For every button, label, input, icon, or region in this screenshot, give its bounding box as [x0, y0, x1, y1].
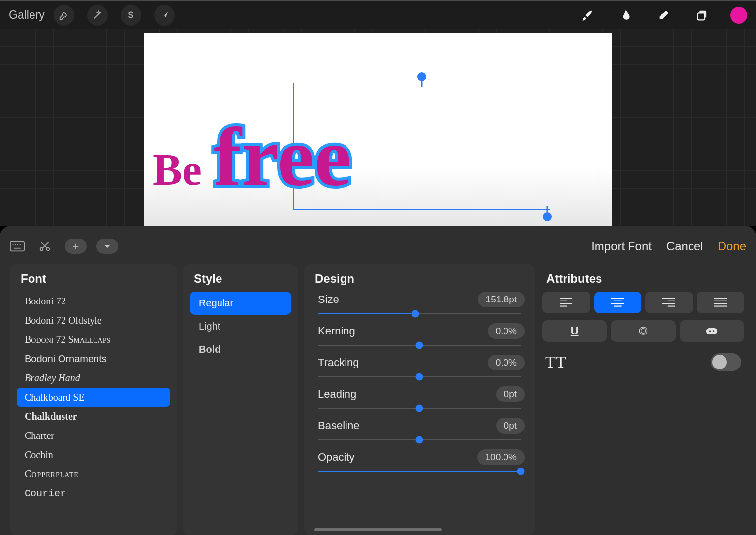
outline-button[interactable]: O — [611, 320, 675, 342]
magic-wand-icon[interactable] — [87, 5, 108, 26]
font-item-bodoni-72-smallcaps[interactable]: Bodoni 72 Smallcaps — [17, 330, 170, 349]
svg-rect-20 — [662, 303, 675, 304]
svg-rect-28 — [713, 330, 714, 332]
svg-rect-13 — [560, 306, 567, 307]
font-item-chalkboard-se[interactable]: Chalkboard SE — [17, 388, 170, 407]
eraser-icon[interactable] — [654, 5, 674, 26]
canvas[interactable]: Be free — [144, 33, 612, 226]
font-item-charter[interactable]: Charter — [17, 426, 170, 445]
design-column-title: Design — [311, 272, 528, 286]
design-row-kerning: Kerning 0.0% — [311, 323, 528, 346]
size-label: Size — [318, 293, 339, 306]
rotation-handle-icon[interactable] — [417, 72, 426, 81]
leading-slider[interactable] — [318, 408, 521, 409]
svg-rect-25 — [714, 306, 727, 307]
design-row-leading: Leading 0pt — [311, 386, 528, 409]
text-word-be: Be — [153, 145, 202, 194]
baseline-slider[interactable] — [318, 439, 521, 440]
design-row-baseline: Baseline 0pt — [311, 418, 528, 440]
text-word-free: free — [214, 110, 351, 203]
style-item-regular[interactable]: Regular — [190, 292, 291, 315]
font-item-bradley-hand[interactable]: Bradley Hand — [17, 368, 170, 388]
align-right-button[interactable] — [645, 292, 693, 313]
size-value[interactable]: 151.8pt — [478, 292, 525, 307]
gallery-button[interactable]: Gallery — [9, 8, 45, 22]
add-text-button[interactable] — [65, 239, 87, 254]
caps-toggle[interactable] — [711, 353, 741, 371]
text-panel-toolbar: Import Font Cancel Done — [10, 233, 746, 260]
style-column-title: Style — [190, 272, 291, 286]
font-item-courier[interactable]: Courier — [17, 484, 170, 503]
home-indicator — [314, 528, 442, 531]
opacity-value[interactable]: 100.0% — [477, 449, 525, 465]
tracking-value[interactable]: 0.0% — [488, 355, 525, 370]
svg-rect-19 — [668, 301, 675, 301]
font-column-title: Font — [17, 272, 170, 286]
kerning-value[interactable]: 0.0% — [488, 323, 525, 339]
svg-rect-10 — [560, 298, 572, 299]
opacity-slider[interactable] — [318, 471, 521, 472]
leading-value[interactable]: 0pt — [496, 386, 525, 402]
svg-rect-15 — [614, 301, 621, 301]
style-item-bold[interactable]: Bold — [190, 338, 291, 361]
svg-rect-27 — [709, 330, 711, 332]
baseline-label: Baseline — [318, 419, 359, 432]
underline-button[interactable]: U — [542, 320, 607, 342]
dropdown-button[interactable] — [96, 239, 118, 254]
keyboard-icon[interactable] — [10, 238, 25, 255]
app-toolbar: Gallery — [0, 0, 756, 29]
selection-s-icon[interactable] — [121, 5, 141, 26]
svg-rect-22 — [714, 298, 727, 299]
svg-rect-17 — [614, 306, 621, 307]
canvas-area: Be free — [0, 29, 756, 226]
smudge-icon[interactable] — [615, 5, 636, 26]
svg-rect-11 — [560, 301, 567, 301]
attributes-column-title: Attributes — [542, 272, 744, 286]
strikethrough-button[interactable] — [680, 320, 744, 342]
wrench-icon[interactable] — [54, 5, 74, 26]
resize-handle-bottom[interactable] — [543, 212, 552, 221]
font-item-cochin[interactable]: Cochin — [17, 445, 170, 465]
leading-label: Leading — [318, 388, 356, 401]
design-column: Design Size 151.8pt Kerning 0.0% — [304, 264, 535, 535]
text-edit-panel: Import Font Cancel Done Font Bodoni 72 B… — [0, 226, 756, 535]
attributes-column: Attributes U O — [540, 264, 746, 535]
font-item-chalkduster[interactable]: Chalkduster — [17, 407, 170, 426]
font-item-bodoni-72[interactable]: Bodoni 72 — [17, 292, 170, 311]
color-picker-dot[interactable] — [730, 7, 747, 24]
canvas-text[interactable]: Be free — [153, 109, 351, 205]
svg-rect-12 — [560, 303, 572, 304]
caps-tt-icon: TT — [545, 353, 566, 371]
svg-rect-23 — [714, 301, 727, 301]
svg-rect-16 — [611, 303, 624, 304]
baseline-value[interactable]: 0pt — [496, 418, 525, 434]
tracking-slider[interactable] — [318, 376, 521, 377]
font-column: Font Bodoni 72 Bodoni 72 Oldstyle Bodoni… — [10, 264, 177, 535]
alignment-row — [542, 292, 744, 313]
style-column: Style Regular Light Bold — [183, 264, 298, 535]
brush-icon[interactable] — [577, 5, 598, 26]
caps-row: TT — [542, 349, 744, 375]
font-item-bodoni-72-oldstyle[interactable]: Bodoni 72 Oldstyle — [17, 311, 170, 330]
design-row-opacity: Opacity 100.0% — [311, 449, 528, 472]
tracking-label: Tracking — [318, 356, 359, 369]
kerning-slider[interactable] — [318, 345, 521, 346]
cursor-arrow-icon[interactable] — [154, 5, 175, 26]
align-justify-button[interactable] — [697, 292, 745, 313]
opacity-label: Opacity — [318, 451, 355, 464]
size-slider[interactable] — [318, 313, 521, 314]
style-item-light[interactable]: Light — [190, 315, 291, 338]
layers-icon[interactable] — [692, 5, 713, 26]
cancel-button[interactable]: Cancel — [666, 239, 703, 253]
align-center-button[interactable] — [594, 292, 642, 313]
svg-rect-26 — [706, 328, 718, 334]
svg-rect-24 — [714, 303, 727, 304]
font-item-bodoni-ornaments[interactable]: Bodoni Ornaments — [17, 349, 170, 368]
design-row-size: Size 151.8pt — [311, 292, 528, 314]
done-button[interactable]: Done — [718, 239, 746, 253]
font-item-copperplate[interactable]: Copperplate — [17, 465, 170, 484]
import-font-button[interactable]: Import Font — [591, 239, 652, 253]
kerning-label: Kerning — [318, 325, 355, 337]
align-left-button[interactable] — [542, 292, 590, 313]
scissors-icon[interactable] — [37, 238, 52, 255]
